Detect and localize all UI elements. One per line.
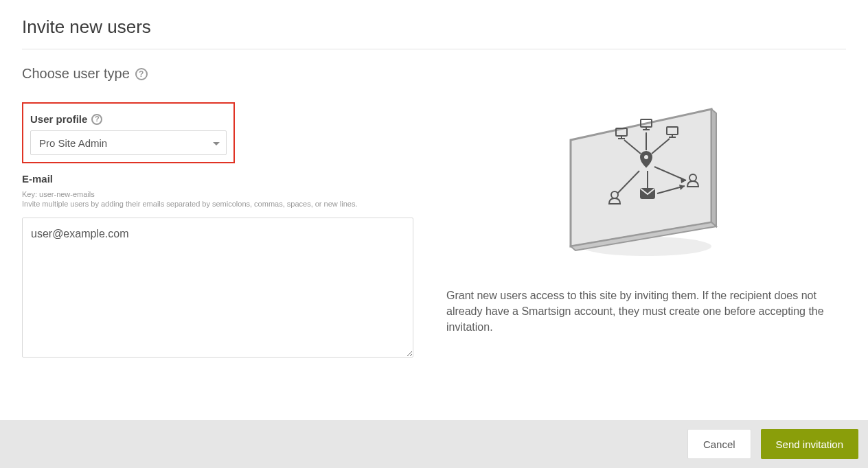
cancel-button[interactable]: Cancel [687,429,751,459]
divider [22,49,846,49]
email-textarea[interactable] [22,218,413,358]
svg-marker-2 [711,109,716,226]
footer-bar: Cancel Send invitation [0,420,868,468]
email-multi-hint: Invite multiple users by adding their em… [22,200,413,208]
help-icon[interactable]: ? [91,114,102,125]
email-key-hint: Key: user-new-emails [22,190,413,198]
info-paragraph: Grant new users access to this site by i… [446,288,839,336]
svg-point-16 [644,155,648,159]
section-title: Choose user type [22,66,130,82]
send-invitation-button[interactable]: Send invitation [761,429,858,459]
user-profile-label: User profile [30,113,87,125]
user-profile-select[interactable]: Pro Site Admin [30,130,227,155]
help-icon[interactable]: ? [135,68,148,80]
email-label: E-mail [22,173,53,185]
page-title: Invite new users [22,16,846,38]
invite-illustration [446,102,839,267]
user-profile-selected: Pro Site Admin [39,137,107,149]
user-profile-highlight: User profile ? Pro Site Admin [22,102,235,163]
